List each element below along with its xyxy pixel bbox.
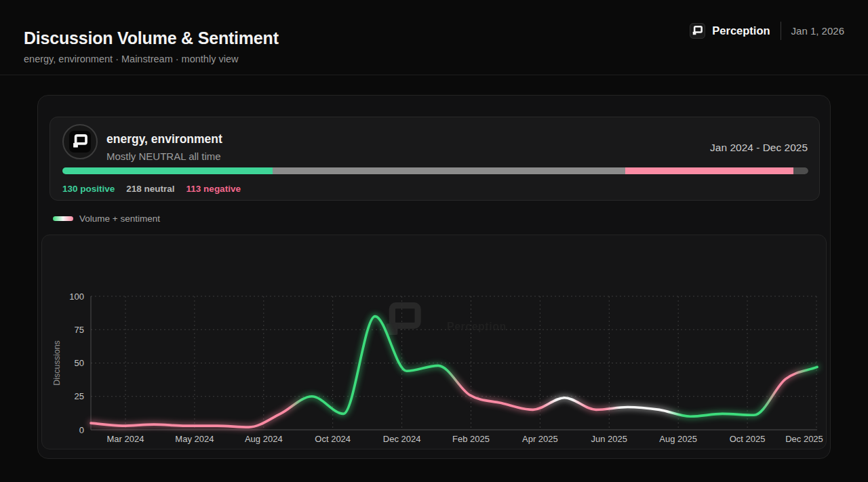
y-tick-label: 50 [75, 358, 84, 368]
x-tick-label: Oct 2025 [730, 434, 766, 444]
neutral-count: 218 neutral [126, 184, 174, 194]
sentiment-bar-segment-positive [62, 167, 273, 174]
x-tick-label: May 2024 [175, 434, 214, 444]
svg-text:Perception: Perception [447, 321, 507, 332]
legend-label: Volume + sentiment [79, 214, 160, 224]
y-axis-title: Discussions [52, 340, 62, 386]
page-subtitle: energy, environment · Mainstream · month… [24, 54, 238, 64]
report-card: energy, environment Mostly NEUTRAL all t… [37, 95, 831, 459]
y-tick-label: 25 [75, 391, 84, 401]
legend-swatch [53, 216, 73, 221]
x-tick-label: Aug 2025 [659, 434, 697, 444]
brand-header: Perception Jan 1, 2026 [690, 22, 844, 40]
chart-line [91, 317, 817, 427]
date-range: Jan 2024 - Dec 2025 [710, 142, 808, 154]
y-tick-label: 75 [75, 325, 84, 335]
dashboard: Discussion Volume & Sentiment energy, en… [0, 0, 868, 482]
perception-logo-icon [690, 23, 705, 39]
sentiment-mood-text: Mostly NEUTRAL all time [106, 150, 221, 162]
x-tick-label: Dec 2024 [383, 434, 421, 444]
chart-legend[interactable]: Volume + sentiment [53, 214, 160, 224]
watermark: Perception [387, 306, 507, 335]
report-date: Jan 1, 2026 [791, 25, 844, 37]
header-divider [781, 22, 781, 40]
x-tick-label: Oct 2024 [315, 434, 351, 444]
brand-name: Perception [712, 24, 770, 37]
y-tick-label: 100 [69, 292, 84, 302]
perception-logo-icon [69, 131, 91, 153]
sentiment-stats: 130 positive 218 neutral 113 negative [62, 184, 241, 194]
x-tick-label: Aug 2024 [245, 434, 283, 444]
positive-count: 130 positive [62, 184, 115, 194]
sentiment-bar-segment-neutral [273, 167, 625, 174]
topic-title: energy, environment [106, 132, 222, 146]
sentiment-bar [62, 167, 808, 174]
x-tick-label: Feb 2025 [452, 434, 490, 444]
page-title: Discussion Volume & Sentiment [24, 28, 279, 48]
sentiment-bar-segment-negative [625, 167, 793, 174]
y-tick-label: 0 [79, 425, 84, 435]
x-tick-label: Apr 2025 [522, 434, 558, 444]
sentiment-bar-segment-cap [793, 167, 808, 174]
volume-sentiment-chart[interactable]: 0255075100Mar 2024May 2024Aug 2024Oct 20… [42, 235, 827, 449]
x-tick-label: Jun 2025 [591, 434, 628, 444]
x-tick-label: Mar 2024 [107, 434, 144, 444]
chart-line-glow [91, 317, 817, 427]
topic-avatar [62, 124, 98, 159]
negative-count: 113 negative [186, 184, 241, 194]
sentiment-summary-card: energy, environment Mostly NEUTRAL all t… [50, 117, 820, 201]
x-tick-label: Dec 2025 [785, 434, 823, 444]
chart-panel: 0255075100Mar 2024May 2024Aug 2024Oct 20… [41, 235, 827, 449]
top-divider [0, 75, 868, 75]
